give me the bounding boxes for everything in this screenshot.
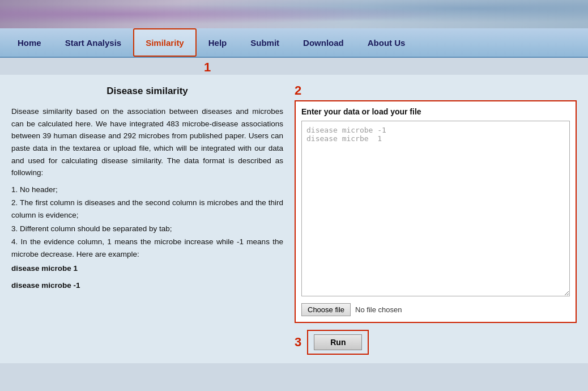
rule-2: 2. The first column is diseases and the … bbox=[11, 197, 283, 221]
step1-indicator: 1 bbox=[204, 60, 211, 74]
nav-similarity[interactable]: Similarity bbox=[133, 28, 197, 57]
step2-section: 2 Enter your data or load your file dise… bbox=[295, 83, 577, 323]
nav-start-analysis[interactable]: Start Analysis bbox=[53, 28, 134, 57]
format-rules: 1. No header; 2. The first column is dis… bbox=[11, 184, 283, 261]
rule-4: 4. In the evidence column, 1 means the m… bbox=[11, 236, 283, 260]
run-box: Run bbox=[307, 330, 369, 355]
page-title: Disease similarity bbox=[11, 83, 283, 99]
left-panel: Disease similarity Disease similarity ba… bbox=[11, 83, 283, 355]
file-upload-row: Choose file No file chosen bbox=[301, 303, 570, 316]
rule-1: 1. No header; bbox=[11, 184, 283, 196]
description-paragraph: Disease similarity based on the associat… bbox=[11, 105, 283, 179]
nav-download[interactable]: Download bbox=[291, 28, 356, 57]
data-box-title: Enter your data or load your file bbox=[301, 107, 570, 116]
step2-indicator: 2 bbox=[295, 83, 301, 98]
choose-file-button[interactable]: Choose file bbox=[301, 303, 351, 316]
step3-section: 3 Run bbox=[295, 330, 577, 355]
examples: disease microbe 1 disease microbe -1 bbox=[11, 262, 283, 291]
data-input-box: Enter your data or load your file diseas… bbox=[295, 100, 577, 323]
rule-3: 3. Different column should be separated … bbox=[11, 223, 283, 235]
step3-indicator: 3 bbox=[295, 335, 301, 350]
run-button[interactable]: Run bbox=[314, 334, 362, 350]
nav-help[interactable]: Help bbox=[197, 28, 239, 57]
nav-submit[interactable]: Submit bbox=[238, 28, 291, 57]
banner bbox=[0, 0, 588, 28]
nav-home[interactable]: Home bbox=[6, 28, 53, 57]
navbar: Home Start Analysis Similarity Help Subm… bbox=[0, 28, 588, 58]
main-content: Disease similarity Disease similarity ba… bbox=[0, 75, 588, 363]
example-1: disease microbe 1 bbox=[11, 262, 283, 275]
example-2: disease microbe -1 bbox=[11, 279, 283, 292]
no-file-label: No file chosen bbox=[355, 305, 402, 314]
nav-about-us[interactable]: About Us bbox=[356, 28, 417, 57]
data-textarea[interactable]: disease microbe -1 disease micrbe 1 bbox=[301, 121, 570, 296]
right-panel: 2 Enter your data or load your file dise… bbox=[295, 83, 577, 355]
